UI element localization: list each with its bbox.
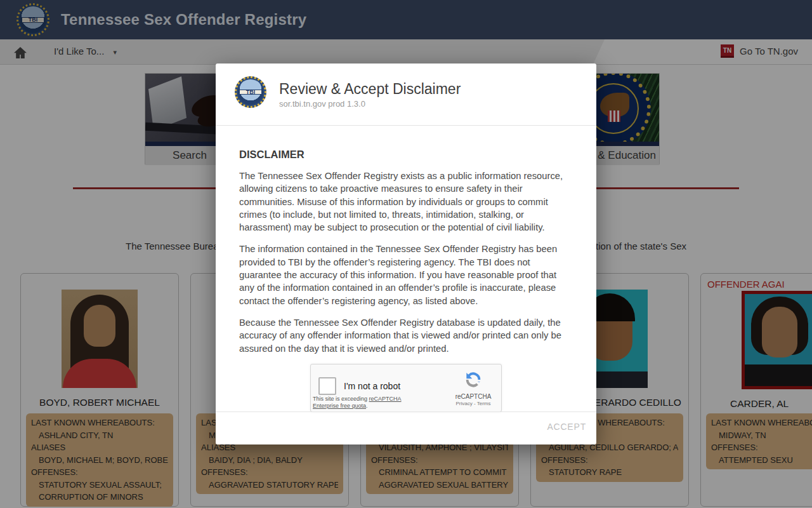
modal-version-subtitle: sor.tbi.tn.gov prod 1.3.0 — [279, 99, 365, 109]
disclaimer-modal: TBI Review & Accept Disclaimer sor.tbi.t… — [216, 64, 596, 444]
recaptcha-checkbox[interactable] — [318, 377, 336, 395]
modal-title: Review & Accept Disclaimer — [279, 81, 461, 98]
disclaimer-paragraphs: The Tennessee Sex Offender Registry exis… — [239, 170, 573, 355]
recaptcha-icon — [464, 370, 483, 389]
disclaimer-paragraph: The Tennessee Sex Offender Registry exis… — [239, 170, 574, 234]
disclaimer-heading: DISCLAIMER — [239, 149, 573, 161]
terms-link[interactable]: Terms — [477, 401, 491, 406]
recaptcha-wordmark: reCAPTCHA — [450, 393, 496, 400]
modal-body: DISCLAIMER The Tennessee Sex Offender Re… — [216, 126, 596, 412]
privacy-link[interactable]: Privacy — [456, 401, 473, 406]
quota-warning-text: This site is exceeding — [313, 396, 369, 402]
tbi-seal-logo: TBI — [235, 76, 266, 108]
recaptcha-privacy-terms: Privacy - Terms — [450, 401, 496, 406]
disclaimer-paragraph: Because the Tennessee Sex Offender Regis… — [239, 316, 574, 355]
modal-actions: ACCEPT — [216, 411, 596, 444]
tbi-seal-banner: TBI — [239, 90, 261, 95]
recaptcha-widget: I'm not a robot This site is exceeding r… — [310, 364, 502, 412]
recaptcha-label: I'm not a robot — [344, 381, 400, 391]
recaptcha-brand: reCAPTCHA Privacy - Terms — [450, 370, 496, 406]
quota-warning-suffix: . — [366, 403, 368, 409]
accept-button[interactable]: ACCEPT — [547, 422, 586, 432]
privacy-terms-separator: - — [473, 401, 477, 406]
disclaimer-paragraph: The information contained in the Tenness… — [239, 243, 574, 307]
recaptcha-quota-warning: This site is exceeding reCAPTCHA Enterpr… — [313, 396, 416, 410]
modal-header: TBI Review & Accept Disclaimer sor.tbi.t… — [216, 64, 596, 126]
